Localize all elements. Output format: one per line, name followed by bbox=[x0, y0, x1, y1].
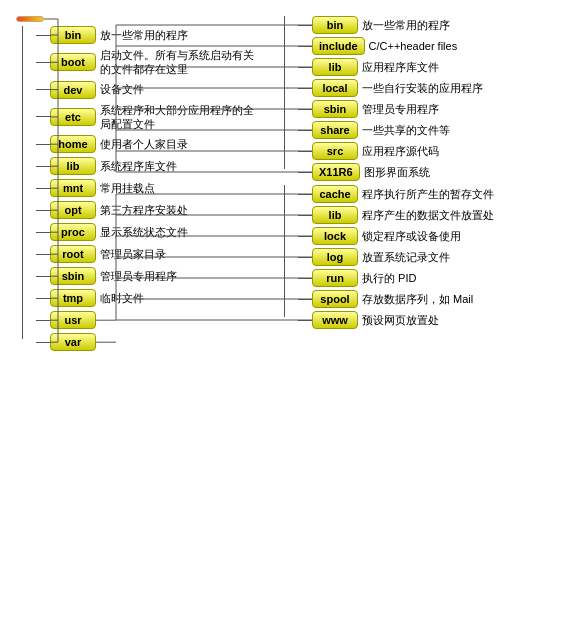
var-sub-trunk bbox=[284, 185, 285, 317]
usr-section: bin放一些常用的程序includeC/C++header fileslib应用… bbox=[278, 16, 568, 181]
left-item: lib系统程序库文件 bbox=[36, 157, 278, 175]
dir-desc: 管理员家目录 bbox=[100, 247, 166, 261]
h-connector-line bbox=[36, 166, 50, 167]
dir-desc: 存放数据序列，如 Mail bbox=[362, 292, 473, 306]
dir-box: include bbox=[312, 37, 365, 55]
left-item: var bbox=[36, 333, 278, 351]
dir-desc: 放置系统记录文件 bbox=[362, 250, 450, 264]
page-title bbox=[0, 0, 581, 16]
dir-box: root bbox=[50, 245, 96, 263]
dir-desc: 设备文件 bbox=[100, 82, 144, 96]
dir-box: mnt bbox=[50, 179, 96, 197]
h-connector-line bbox=[298, 151, 312, 152]
var-sub-item: log放置系统记录文件 bbox=[298, 248, 568, 266]
left-item: dev设备文件 bbox=[36, 81, 278, 99]
dir-desc: 使用者个人家目录 bbox=[100, 137, 188, 151]
dir-box: tmp bbox=[50, 289, 96, 307]
dir-desc: 程序执行所产生的暂存文件 bbox=[362, 187, 494, 201]
var-sub-item: www预设网页放置处 bbox=[298, 311, 568, 329]
dir-desc: 预设网页放置处 bbox=[362, 313, 439, 327]
dir-box: lib bbox=[312, 206, 358, 224]
dir-desc: 启动文件。所有与系统启动有关的文件都存在这里 bbox=[100, 48, 260, 77]
h-connector-line bbox=[36, 188, 50, 189]
var-sub-item: cache程序执行所产生的暂存文件 bbox=[298, 185, 568, 203]
dir-box: share bbox=[312, 121, 358, 139]
usr-sub-item: local一些自行安装的应用程序 bbox=[298, 79, 568, 97]
usr-sub-item: lib应用程序库文件 bbox=[298, 58, 568, 76]
dir-desc: 执行的 PID bbox=[362, 271, 416, 285]
root-row bbox=[8, 16, 278, 22]
usr-sub-item: includeC/C++header files bbox=[298, 37, 568, 55]
dir-desc: 系统程序库文件 bbox=[100, 159, 177, 173]
var-section: cache程序执行所产生的暂存文件lib程序产生的数据文件放置处lock锁定程序… bbox=[278, 185, 568, 329]
h-connector-line bbox=[298, 109, 312, 110]
h-connector-line bbox=[36, 89, 50, 90]
dir-box: spool bbox=[312, 290, 358, 308]
usr-items-group: bin放一些常用的程序includeC/C++header fileslib应用… bbox=[278, 16, 568, 181]
dir-box: bin bbox=[50, 26, 96, 44]
dir-desc: 一些共享的文件等 bbox=[362, 123, 450, 137]
h-connector-line bbox=[36, 62, 50, 63]
dir-desc: 应用程序源代码 bbox=[362, 144, 439, 158]
dir-box: run bbox=[312, 269, 358, 287]
left-item: boot启动文件。所有与系统启动有关的文件都存在这里 bbox=[36, 48, 278, 77]
left-trunk-line bbox=[22, 26, 23, 339]
dir-box: opt bbox=[50, 201, 96, 219]
dir-desc: 显示系统状态文件 bbox=[100, 225, 188, 239]
h-connector-line bbox=[36, 298, 50, 299]
h-connector-line bbox=[36, 144, 50, 145]
dir-desc: 临时文件 bbox=[100, 291, 144, 305]
dir-box: etc bbox=[50, 108, 96, 126]
h-connector-line bbox=[298, 194, 312, 195]
h-connector-line bbox=[298, 25, 312, 26]
dir-box: sbin bbox=[312, 100, 358, 118]
var-sub-item: run执行的 PID bbox=[298, 269, 568, 287]
h-connector-line bbox=[298, 236, 312, 237]
h-connector-line bbox=[298, 299, 312, 300]
h-connector-line bbox=[298, 172, 312, 173]
h-connector-line bbox=[36, 254, 50, 255]
h-connector-line bbox=[36, 320, 50, 321]
dir-box: cache bbox=[312, 185, 358, 203]
dir-box: log bbox=[312, 248, 358, 266]
dir-box: var bbox=[50, 333, 96, 351]
dir-box: boot bbox=[50, 53, 96, 71]
left-items-container: bin放一些常用的程序boot启动文件。所有与系统启动有关的文件都存在这里dev… bbox=[8, 26, 278, 351]
h-connector-line bbox=[36, 35, 50, 36]
dir-box: sbin bbox=[50, 267, 96, 285]
left-item: usr bbox=[36, 311, 278, 329]
dir-box: bin bbox=[312, 16, 358, 34]
dir-desc: 管理员专用程序 bbox=[100, 269, 177, 283]
dir-box: lib bbox=[50, 157, 96, 175]
usr-sub-item: sbin管理员专用程序 bbox=[298, 100, 568, 118]
h-connector-line bbox=[298, 257, 312, 258]
left-item: opt第三方程序安装处 bbox=[36, 201, 278, 219]
left-item: etc系统程序和大部分应用程序的全局配置文件 bbox=[36, 103, 278, 132]
var-sub-item: lib程序产生的数据文件放置处 bbox=[298, 206, 568, 224]
dir-desc: 锁定程序或设备使用 bbox=[362, 229, 461, 243]
dir-box: usr bbox=[50, 311, 96, 329]
var-sub-item: lock锁定程序或设备使用 bbox=[298, 227, 568, 245]
h-connector-line bbox=[298, 215, 312, 216]
dir-desc: 图形界面系统 bbox=[364, 165, 430, 179]
dir-desc: 一些自行安装的应用程序 bbox=[362, 81, 483, 95]
dir-desc: 常用挂载点 bbox=[100, 181, 155, 195]
left-item: mnt常用挂载点 bbox=[36, 179, 278, 197]
h-connector-line bbox=[36, 276, 50, 277]
dir-desc: 管理员专用程序 bbox=[362, 102, 439, 116]
dir-box: dev bbox=[50, 81, 96, 99]
dir-box: www bbox=[312, 311, 358, 329]
dir-box: X11R6 bbox=[312, 163, 360, 181]
left-item: sbin管理员专用程序 bbox=[36, 267, 278, 285]
dir-box: src bbox=[312, 142, 358, 160]
h-connector-line bbox=[36, 116, 50, 117]
h-connector-line bbox=[298, 320, 312, 321]
h-connector-line bbox=[298, 130, 312, 131]
dir-box: home bbox=[50, 135, 96, 153]
h-connector-line bbox=[298, 67, 312, 68]
h-connector-line bbox=[36, 342, 50, 343]
left-item: proc显示系统状态文件 bbox=[36, 223, 278, 241]
usr-sub-trunk bbox=[284, 16, 285, 169]
dir-box: lock bbox=[312, 227, 358, 245]
root-box bbox=[16, 16, 44, 22]
